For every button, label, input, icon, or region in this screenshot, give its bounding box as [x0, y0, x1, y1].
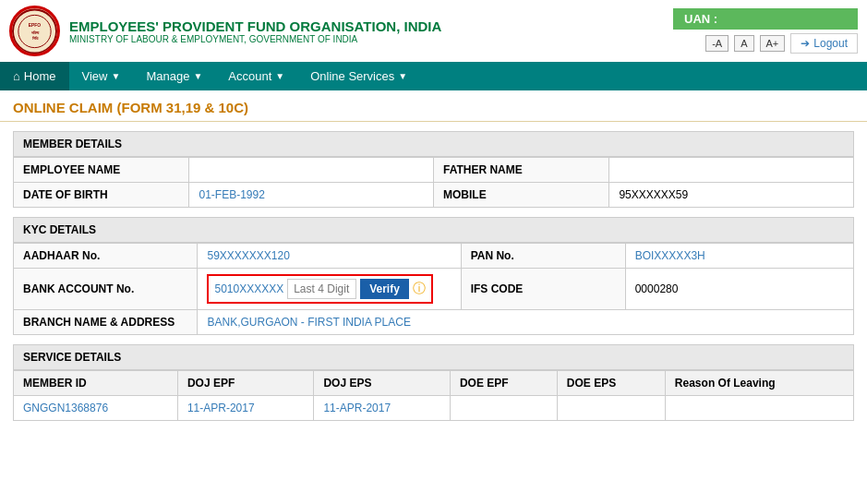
logout-button[interactable]: ➔ Logout	[790, 33, 858, 54]
page-title: ONLINE CLAIM (FORM 31,19 & 10C)	[0, 90, 867, 122]
service-details-header: SERVICE DETAILS	[13, 344, 854, 370]
font-increase-button[interactable]: A+	[760, 35, 786, 52]
mobile-label: MOBILE	[433, 183, 608, 208]
logout-label: Logout	[813, 37, 848, 50]
chevron-down-icon: ▼	[398, 71, 407, 81]
doe-epf-value	[450, 396, 557, 421]
top-right: UAN : -A A A+ ➔ Logout	[673, 8, 858, 54]
nav-view-label: View	[82, 69, 108, 83]
table-row: AADHAAR No. 59XXXXXXX120 PAN No. BOIXXXX…	[14, 244, 854, 269]
logout-icon: ➔	[801, 37, 810, 50]
reason-value	[665, 396, 853, 421]
mobile-value: 95XXXXXX59	[609, 183, 854, 208]
ifs-label: IFS CODE	[461, 269, 625, 310]
doe-eps-value	[557, 396, 665, 421]
main-nav: ⌂ Home View ▼ Manage ▼ Account ▼ Online …	[0, 62, 867, 90]
table-row: GNGGN1368876 11-APR-2017 11-APR-2017	[14, 396, 854, 421]
member-details-header: MEMBER DETAILS	[13, 131, 854, 157]
branch-label: BRANCH NAME & ADDRESS	[14, 310, 198, 335]
svg-text:भविष्य: भविष्य	[31, 30, 40, 34]
kyc-details-table: AADHAAR No. 59XXXXXXX120 PAN No. BOIXXXX…	[13, 243, 854, 335]
branch-value: BANK,GURGAON - FIRST INDIA PLACE	[198, 310, 854, 335]
svg-text:EPFO: EPFO	[29, 23, 42, 28]
doj-eps-value: 11-APR-2017	[314, 396, 450, 421]
aadhaar-label: AADHAAR No.	[14, 244, 198, 269]
font-normal-button[interactable]: A	[734, 35, 753, 52]
ifs-value: 0000280	[625, 269, 853, 310]
table-row: DATE OF BIRTH 01-FEB-1992 MOBILE 95XXXXX…	[14, 183, 854, 208]
verify-button[interactable]: Verify	[360, 279, 409, 299]
nav-manage-label: Manage	[146, 69, 189, 83]
col-doe-epf: DOE EPF	[450, 371, 557, 396]
info-icon[interactable]: ⓘ	[413, 281, 426, 297]
bank-account-cell: 5010XXXXXX Verify ⓘ	[198, 269, 461, 310]
doj-epf-value: 11-APR-2017	[177, 396, 313, 421]
kyc-details-header: KYC DETAILS	[13, 217, 854, 243]
col-doj-eps: DOJ EPS	[314, 371, 450, 396]
org-info: EPFO भविष्य निधि EMPLOYEES' PROVIDENT FU…	[9, 6, 441, 56]
bank-account-wrapper: 5010XXXXXX Verify ⓘ	[207, 274, 432, 304]
nav-home-label: Home	[24, 69, 56, 83]
nav-online-services-label: Online Services	[310, 69, 394, 83]
nav-account[interactable]: Account ▼	[215, 62, 297, 90]
bank-account-number: 5010XXXXXX	[214, 282, 283, 295]
chevron-down-icon: ▼	[275, 71, 284, 81]
col-member-id: MEMBER ID	[14, 371, 178, 396]
org-sub: MINISTRY OF LABOUR & EMPLOYMENT, GOVERNM…	[69, 34, 441, 44]
nav-home[interactable]: ⌂ Home	[0, 62, 69, 90]
table-row: BANK ACCOUNT No. 5010XXXXXX Verify ⓘ IFS…	[14, 269, 854, 310]
nav-manage[interactable]: Manage ▼	[133, 62, 215, 90]
table-header-row: MEMBER ID DOJ EPF DOJ EPS DOE EPF DOE EP…	[14, 371, 854, 396]
father-name-label: FATHER NAME	[433, 158, 608, 183]
pan-label: PAN No.	[461, 244, 625, 269]
font-decrease-button[interactable]: -A	[705, 35, 729, 52]
col-doe-eps: DOE EPS	[557, 371, 665, 396]
nav-view[interactable]: View ▼	[69, 62, 134, 90]
employee-name-label: EMPLOYEE NAME	[14, 158, 189, 183]
table-row: BRANCH NAME & ADDRESS BANK,GURGAON - FIR…	[14, 310, 854, 335]
aadhaar-value: 59XXXXXXX120	[198, 244, 461, 269]
col-reason: Reason Of Leaving	[665, 371, 853, 396]
dob-value: 01-FEB-1992	[189, 183, 434, 208]
chevron-down-icon: ▼	[112, 71, 121, 81]
uan-box: UAN :	[673, 8, 858, 30]
org-name: EMPLOYEES' PROVIDENT FUND ORGANISATION, …	[69, 18, 441, 34]
nav-online-services[interactable]: Online Services ▼	[297, 62, 420, 90]
last4-input[interactable]	[287, 279, 356, 299]
header: EPFO भविष्य निधि EMPLOYEES' PROVIDENT FU…	[0, 0, 867, 62]
father-name-value	[609, 158, 854, 183]
chevron-down-icon: ▼	[193, 71, 202, 81]
main-content: MEMBER DETAILS EMPLOYEE NAME FATHER NAME…	[0, 122, 867, 430]
service-details-table: MEMBER ID DOJ EPF DOJ EPS DOE EPF DOE EP…	[13, 370, 854, 421]
bank-account-label: BANK ACCOUNT No.	[14, 269, 198, 310]
org-text: EMPLOYEES' PROVIDENT FUND ORGANISATION, …	[69, 18, 441, 44]
nav-account-label: Account	[228, 69, 271, 83]
col-doj-epf: DOJ EPF	[177, 371, 313, 396]
pan-value: BOIXXXXX3H	[625, 244, 853, 269]
member-id-value[interactable]: GNGGN1368876	[14, 396, 178, 421]
table-row: EMPLOYEE NAME FATHER NAME	[14, 158, 854, 183]
org-logo: EPFO भविष्य निधि	[9, 6, 60, 56]
top-controls: -A A A+ ➔ Logout	[705, 33, 858, 54]
dob-label: DATE OF BIRTH	[14, 183, 189, 208]
svg-text:निधि: निधि	[31, 35, 39, 40]
member-details-table: EMPLOYEE NAME FATHER NAME DATE OF BIRTH …	[13, 157, 854, 208]
home-icon: ⌂	[13, 69, 20, 83]
employee-name-value	[189, 158, 434, 183]
